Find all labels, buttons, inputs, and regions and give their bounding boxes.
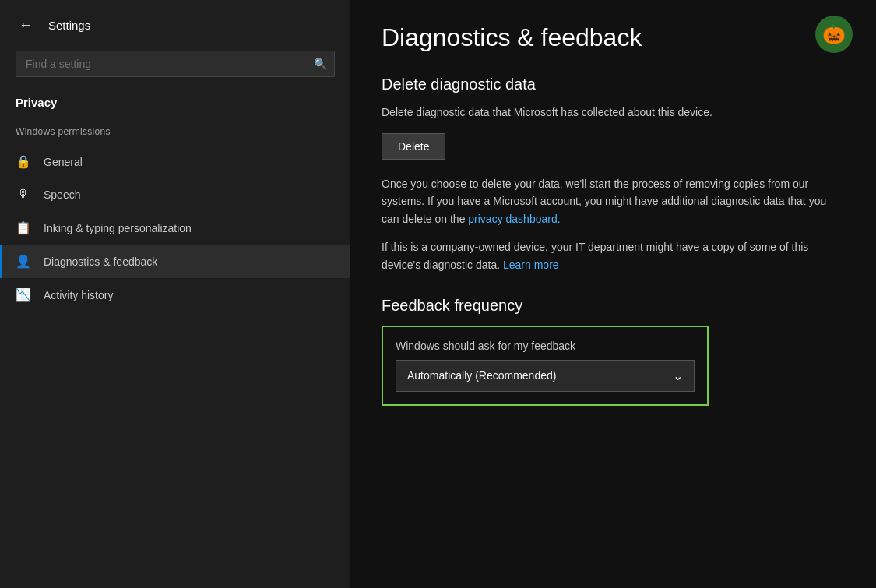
search-icon: 🔍 (314, 58, 327, 70)
back-icon: ← (19, 17, 33, 33)
delete-paragraph1: Once you choose to delete your data, we'… (382, 175, 845, 227)
feedback-heading: Feedback frequency (382, 297, 845, 315)
back-button[interactable]: ← (16, 14, 36, 37)
sidebar-item-general[interactable]: 🔒 General (0, 145, 350, 178)
avatar-emoji: 🎃 (822, 23, 846, 45)
dropdown-value: Automatically (Recommended) (407, 369, 556, 382)
delete-paragraph2: If this is a company-owned device, your … (382, 238, 845, 273)
sidebar-item-label: Inking & typing personalization (44, 222, 192, 234)
sidebar-item-speech[interactable]: 🎙 Speech (0, 178, 350, 211)
feedback-section: Feedback frequency Windows should ask fo… (382, 297, 845, 406)
settings-title: Settings (48, 19, 90, 32)
delete-section-heading: Delete diagnostic data (382, 76, 845, 93)
avatar: 🎃 (815, 16, 853, 53)
delete-button[interactable]: Delete (382, 133, 445, 160)
chevron-down-icon: ⌄ (673, 368, 683, 383)
lock-icon: 🔒 (16, 154, 31, 169)
main-content: 🎃 Diagnostics & feedback Delete diagnost… (350, 0, 876, 588)
sidebar-item-label: Activity history (44, 289, 113, 301)
diagnostics-icon: 👤 (16, 254, 31, 269)
sidebar: ← Settings 🔍 Privacy Windows permissions… (0, 0, 350, 588)
sidebar-item-label: General (44, 156, 83, 168)
sidebar-item-diagnostics[interactable]: 👤 Diagnostics & feedback (0, 245, 350, 278)
sidebar-header: ← Settings (0, 0, 350, 44)
delete-description: Delete diagnostic data that Microsoft ha… (382, 104, 845, 121)
windows-permissions-label: Windows permissions (0, 121, 350, 145)
privacy-dashboard-link[interactable]: privacy dashboard. (468, 213, 560, 225)
page-title: Diagnostics & feedback (382, 23, 845, 52)
sidebar-item-label: Speech (44, 188, 80, 201)
sidebar-item-label: Diagnostics & feedback (44, 255, 157, 268)
inking-icon: 📋 (16, 220, 31, 235)
speech-icon: 🎙 (16, 188, 31, 202)
sidebar-item-inking[interactable]: 📋 Inking & typing personalization (0, 211, 350, 245)
search-container: 🔍 (16, 51, 335, 77)
learn-more-link[interactable]: Learn more (503, 259, 559, 271)
feedback-box-label: Windows should ask for my feedback (396, 340, 695, 352)
privacy-label: Privacy (0, 90, 350, 121)
feedback-frequency-box: Windows should ask for my feedback Autom… (382, 326, 709, 406)
activity-icon: 📉 (16, 287, 31, 302)
sidebar-item-activity[interactable]: 📉 Activity history (0, 278, 350, 312)
feedback-frequency-dropdown[interactable]: Automatically (Recommended) ⌄ (396, 360, 695, 392)
search-input[interactable] (16, 51, 335, 77)
